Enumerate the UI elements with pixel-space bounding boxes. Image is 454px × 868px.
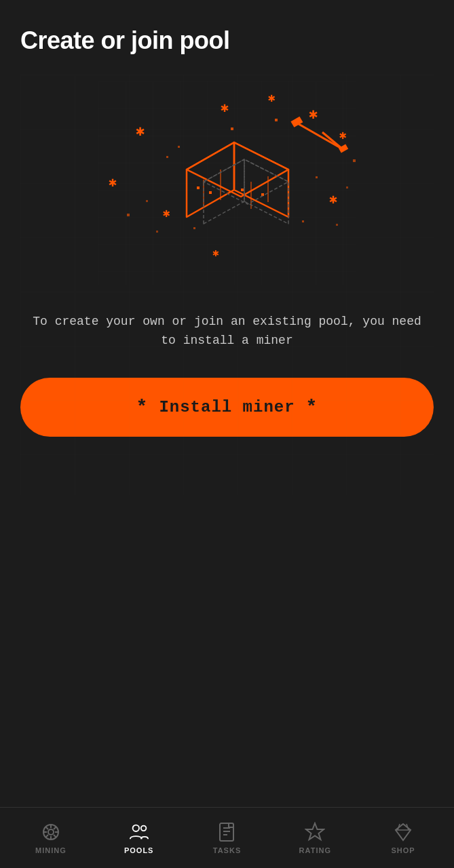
- bottom-navigation: MINING POOLS: [0, 807, 454, 868]
- pools-nav-label: POOLS: [124, 846, 154, 854]
- button-label: Install miner: [159, 398, 295, 416]
- svg-rect-18: [197, 186, 200, 189]
- svg-text:✱: ✱: [221, 99, 229, 115]
- svg-text:✱: ✱: [109, 174, 117, 190]
- svg-marker-59: [396, 824, 411, 840]
- svg-rect-38: [231, 127, 233, 130]
- nav-item-mining[interactable]: MINING: [7, 816, 95, 860]
- svg-rect-26: [166, 156, 168, 158]
- svg-point-43: [48, 829, 54, 835]
- button-asterisk-left: *: [136, 397, 149, 418]
- pools-icon: [128, 821, 150, 843]
- rating-icon: [304, 821, 326, 843]
- svg-rect-29: [302, 220, 304, 222]
- svg-point-53: [141, 826, 147, 831]
- svg-text:✱: ✱: [309, 105, 318, 122]
- svg-rect-27: [178, 146, 180, 148]
- svg-text:✱: ✱: [329, 191, 337, 207]
- spacer: [20, 437, 434, 793]
- mining-nav-label: MINING: [35, 846, 67, 854]
- shop-nav-label: SHOP: [391, 846, 415, 854]
- svg-rect-34: [336, 224, 338, 226]
- svg-line-51: [45, 835, 48, 837]
- svg-text:✱: ✱: [268, 90, 276, 104]
- tasks-nav-label: TASKS: [213, 846, 241, 854]
- svg-point-52: [132, 825, 138, 831]
- svg-text:✱: ✱: [136, 122, 145, 139]
- svg-line-50: [54, 827, 56, 830]
- svg-line-49: [54, 835, 56, 837]
- svg-rect-41: [127, 214, 130, 216]
- svg-rect-33: [346, 186, 348, 189]
- description-text: To create your own or join an existing p…: [20, 312, 434, 351]
- illustration-container: ✱ ✱ ✱ ✱ ✱ ✱ ✱ ✱ ✱: [20, 75, 434, 292]
- mining-illustration: ✱ ✱ ✱ ✱ ✱ ✱ ✱ ✱ ✱: [98, 81, 356, 285]
- button-asterisk-right: *: [306, 397, 318, 418]
- svg-rect-39: [275, 119, 278, 121]
- svg-rect-28: [316, 176, 318, 178]
- svg-rect-30: [193, 227, 195, 229]
- svg-rect-31: [146, 200, 148, 202]
- main-content: Create or join pool: [0, 0, 454, 807]
- svg-rect-32: [156, 231, 158, 233]
- svg-text:✱: ✱: [339, 127, 347, 142]
- shop-icon: [392, 821, 414, 843]
- svg-line-48: [45, 827, 48, 830]
- svg-marker-58: [306, 823, 324, 840]
- install-miner-button[interactable]: * Install miner *: [20, 378, 434, 437]
- mining-icon: [40, 821, 62, 843]
- svg-rect-19: [209, 191, 212, 194]
- svg-text:✱: ✱: [212, 246, 219, 259]
- nav-item-rating[interactable]: RATING: [271, 816, 359, 860]
- page-title: Create or join pool: [20, 27, 434, 54]
- tasks-icon: [216, 821, 238, 843]
- svg-rect-40: [353, 159, 356, 162]
- nav-item-pools[interactable]: POOLS: [95, 816, 183, 860]
- rating-nav-label: RATING: [299, 846, 331, 854]
- nav-item-tasks[interactable]: TASKS: [183, 816, 271, 860]
- nav-item-shop[interactable]: SHOP: [359, 816, 447, 860]
- svg-rect-20: [241, 189, 244, 191]
- svg-text:✱: ✱: [163, 205, 170, 220]
- page-container: Create or join pool: [0, 0, 454, 868]
